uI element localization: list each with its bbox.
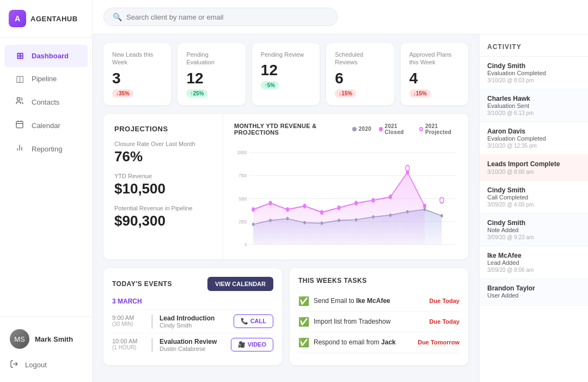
svg-text:JUL: JUL — [353, 248, 359, 249]
stat-badge: ↓15% — [409, 89, 431, 98]
svg-point-37 — [338, 219, 340, 222]
svg-point-0 — [17, 98, 20, 100]
stat-badge: ↑25% — [186, 89, 207, 98]
chart-legend: 2020 2021 Closed 2021 Projected — [352, 123, 457, 135]
center-panel: New Leads this Week 3 ↓35% Pending Evalu… — [93, 34, 479, 382]
contacts-icon — [14, 96, 25, 107]
task-text: Respond to email from Jack — [314, 338, 396, 346]
event-info: Evaluation Review Dustin Calabrese — [160, 338, 225, 352]
activity-item-4: Cindy Smith Call Completed 3/09/20 @ 4:0… — [480, 181, 588, 214]
call-button[interactable]: 📞 CALL — [234, 314, 273, 328]
activity-item-7: Brandon Taylor User Added — [480, 279, 588, 306]
legend-2021-projected: 2021 Projected — [419, 123, 457, 135]
task-check-icon: ✅ — [298, 337, 309, 348]
activity-item-1: Charles Hawk Evaluation Sent 3/10/20 @ 6… — [480, 89, 588, 122]
main-content: 🔍 New Leads this Week 3 ↓35% Pending Eva… — [93, 0, 588, 382]
svg-text:AUG: AUG — [370, 248, 377, 249]
sidebar-item-calendar[interactable]: Calendar — [4, 114, 88, 137]
activity-item-0: Cindy Smith Evaluation Completed 3/10/20… — [480, 57, 588, 89]
sidebar-item-dashboard[interactable]: ⊞ Dashboard — [4, 45, 88, 67]
stat-value: 12 — [186, 70, 236, 87]
stat-card-new-leads: New Leads this Week 3 ↓35% — [103, 43, 171, 105]
event-time: 10:00 AM (1 HOUR) — [112, 338, 145, 350]
svg-text:10000: 10000 — [237, 150, 247, 155]
view-calendar-button[interactable]: VIEW CALENDAR — [207, 277, 273, 291]
tasks-panel-header: THIS WEEKS TASKS — [298, 277, 460, 284]
svg-text:JAN: JAN — [250, 248, 256, 249]
activity-item-2: Aaron Davis Evaluation Completed 3/10/20… — [480, 122, 588, 155]
sidebar-item-pipeline[interactable]: ◫ Pipeline — [4, 68, 88, 90]
svg-point-42 — [424, 208, 426, 211]
activity-panel: ACTIVITY Cindy Smith Evaluation Complete… — [479, 34, 588, 382]
svg-point-26 — [372, 198, 375, 202]
task-text: Import list from Tradeshow — [314, 318, 390, 325]
ytd-value: $10,500 — [114, 180, 212, 197]
sidebar-item-contacts[interactable]: Contacts — [4, 90, 88, 113]
svg-point-39 — [372, 215, 374, 218]
dashboard-body: New Leads this Week 3 ↓35% Pending Evalu… — [93, 34, 588, 382]
logo-text: AGENTAHUB — [30, 15, 78, 23]
stat-card-pending-review: Pending Review 12 ↑5% — [252, 43, 320, 105]
closure-label: Closure Rate Over Last Month — [114, 141, 212, 147]
stat-value: 3 — [112, 70, 162, 87]
task-check-icon: ✅ — [298, 296, 309, 306]
pipeline-label: Potential Revenue in Pipeline — [114, 205, 212, 211]
events-panel-header: TODAY'S EVENTS VIEW CALENDAR — [112, 277, 273, 291]
stat-label: Pending Evaluation — [186, 51, 236, 66]
svg-point-20 — [269, 201, 272, 205]
svg-text:7500: 7500 — [239, 173, 247, 178]
sidebar-nav: ⊞ Dashboard ◫ Pipeline Contacts Calendar… — [0, 38, 92, 317]
events-panel: TODAY'S EVENTS VIEW CALENDAR 3 MARCH 9:0… — [103, 268, 282, 365]
sidebar-item-reporting[interactable]: Reporting — [4, 137, 88, 160]
svg-text:JUN: JUN — [336, 248, 342, 249]
svg-point-29 — [423, 203, 426, 208]
sidebar: A AGENTAHUB ⊞ Dashboard ◫ Pipeline Conta… — [0, 0, 93, 382]
stat-badge: ↑5% — [261, 81, 279, 89]
svg-point-25 — [354, 201, 358, 205]
tasks-panel: THIS WEEKS TASKS ✅ Send Email to Ike McA… — [290, 268, 468, 365]
stats-row: New Leads this Week 3 ↓35% Pending Evalu… — [103, 43, 468, 105]
user-profile[interactable]: MS Mark Smith — [4, 324, 88, 354]
revenue-chart: 0 2500 5000 7500 10000 — [234, 140, 457, 249]
stat-value: 4 — [409, 70, 460, 87]
logo-icon: A — [9, 10, 26, 27]
svg-point-19 — [252, 207, 255, 211]
video-button[interactable]: 🎥 VIDEO — [231, 338, 273, 351]
ytd-label: YTD Revenue — [114, 173, 212, 179]
event-date: 3 MARCH — [112, 298, 273, 305]
svg-text:5000: 5000 — [239, 196, 247, 201]
svg-point-38 — [355, 218, 357, 221]
svg-point-43 — [440, 214, 443, 217]
stat-badge: ↓35% — [112, 89, 133, 98]
logout-label: Logout — [25, 361, 47, 369]
projections-row: PROJECTIONS Closure Rate Over Last Month… — [103, 114, 468, 259]
sidebar-item-label: Contacts — [32, 98, 59, 106]
svg-text:MAY: MAY — [318, 248, 325, 249]
stat-label: Pending Review — [261, 51, 311, 58]
task-text: Send Email to Ike McAfee — [314, 297, 390, 305]
activity-item-3: Leads Import Complete 3/10/20 @ 8:00 am — [480, 155, 588, 181]
legend-dot-closed — [379, 127, 382, 131]
pipeline-icon: ◫ — [14, 74, 25, 84]
svg-point-30 — [406, 165, 409, 171]
sidebar-item-label: Dashboard — [32, 52, 69, 60]
logout-button[interactable]: Logout — [4, 354, 88, 375]
svg-text:MAR: MAR — [284, 248, 291, 249]
projections-panel: PROJECTIONS Closure Rate Over Last Month… — [103, 114, 223, 259]
activity-item-6: Ike McAfee Lead Added 3/09/20 @ 8:06 am — [480, 246, 588, 279]
closure-value: 76% — [114, 148, 212, 165]
event-item-0: 9:00 AM (30 MIN) Lead Introduction Cindy… — [112, 310, 273, 333]
stat-label: New Leads this Week — [112, 51, 162, 66]
svg-text:2500: 2500 — [239, 219, 247, 224]
stat-card-pending-eval: Pending Evaluation 12 ↑25% — [177, 43, 245, 105]
search-bar: 🔍 — [103, 8, 338, 26]
sidebar-item-label: Calendar — [32, 122, 60, 130]
legend-2021-closed: 2021 Closed — [379, 123, 412, 135]
svg-rect-1 — [16, 122, 23, 128]
svg-point-34 — [286, 217, 289, 220]
calendar-icon — [14, 120, 25, 131]
search-input[interactable] — [126, 13, 328, 21]
stat-card-scheduled-reviews: Scheduled Reviews 6 ↓15% — [326, 43, 394, 105]
reporting-icon — [14, 143, 25, 154]
sidebar-item-label: Reporting — [32, 145, 62, 153]
